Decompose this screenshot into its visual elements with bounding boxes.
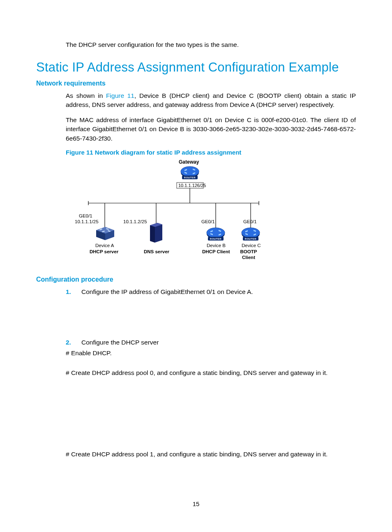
paragraph-1: As shown in Figure 11, Device B (DHCP cl… bbox=[66, 91, 356, 110]
dns-ip: 10.1.1.2/25 bbox=[123, 219, 147, 225]
svg-point-19 bbox=[242, 228, 260, 238]
router-tag: ROUTER bbox=[180, 176, 199, 179]
device-b-router-icon: ROUTER bbox=[206, 227, 225, 241]
procedure-list: 1. Configure the IP address of GigabitEt… bbox=[66, 288, 356, 346]
step-1-text: Configure the IP address of GigabitEther… bbox=[81, 288, 253, 296]
svg-point-15 bbox=[207, 228, 225, 238]
gateway-router-icon: ROUTER bbox=[180, 166, 199, 180]
device-c-role: BOOTP Client bbox=[234, 249, 263, 261]
device-a-port: GE0/1 bbox=[79, 213, 92, 219]
p1-part-a: As shown in bbox=[66, 92, 106, 99]
svg-point-11 bbox=[181, 167, 199, 176]
gateway-ip: 10.1.1.126/25 bbox=[178, 183, 206, 188]
device-c-router-icon: ROUTER bbox=[241, 227, 260, 241]
step-2: 2. Configure the DHCP server bbox=[66, 339, 356, 346]
page-number: 15 bbox=[0, 500, 392, 507]
switch-icon bbox=[95, 227, 116, 242]
enable-dhcp: # Enable DHCP. bbox=[66, 349, 356, 357]
device-a-ip: 10.1.1.1/25 bbox=[75, 219, 99, 225]
create-pool-0: # Create DHCP address pool 0, and config… bbox=[66, 369, 356, 377]
step-1: 1. Configure the IP address of GigabitEt… bbox=[66, 288, 356, 296]
server-icon bbox=[149, 223, 163, 244]
paragraph-2: The MAC address of interface GigabitEthe… bbox=[66, 116, 356, 143]
device-c-name: Device C bbox=[242, 243, 261, 249]
figure-caption: Figure 11 Network diagram for static IP … bbox=[66, 149, 356, 156]
section-network-requirements: Network requirements bbox=[36, 80, 356, 87]
section-configuration-procedure: Configuration procedure bbox=[36, 276, 356, 283]
device-a-role: DHCP server bbox=[90, 249, 118, 255]
router-tag: ROUTER bbox=[241, 238, 260, 240]
create-pool-1: # Create DHCP address pool 1, and config… bbox=[66, 451, 356, 458]
device-b-port: GE0/1 bbox=[201, 219, 215, 225]
network-diagram: Gateway ROUTER 10.1.1.126/25 GE0/1 10.1.… bbox=[66, 160, 263, 267]
gateway-label: Gateway bbox=[179, 159, 199, 165]
dns-role: DNS server bbox=[144, 249, 169, 255]
figure-11-link[interactable]: Figure 11 bbox=[106, 92, 134, 99]
intro-text: The DHCP server configuration for the tw… bbox=[66, 41, 356, 49]
device-b-role: DHCP Client bbox=[202, 249, 230, 255]
page-title: Static IP Address Assignment Configurati… bbox=[36, 60, 356, 75]
device-c-port: GE0/1 bbox=[243, 219, 257, 225]
router-tag: ROUTER bbox=[206, 238, 225, 240]
step-2-text: Configure the DHCP server bbox=[81, 339, 159, 346]
step-2-num: 2. bbox=[66, 339, 81, 346]
step-1-num: 1. bbox=[66, 288, 81, 296]
device-b-name: Device B bbox=[207, 243, 226, 249]
device-a-name: Device A bbox=[95, 243, 114, 249]
